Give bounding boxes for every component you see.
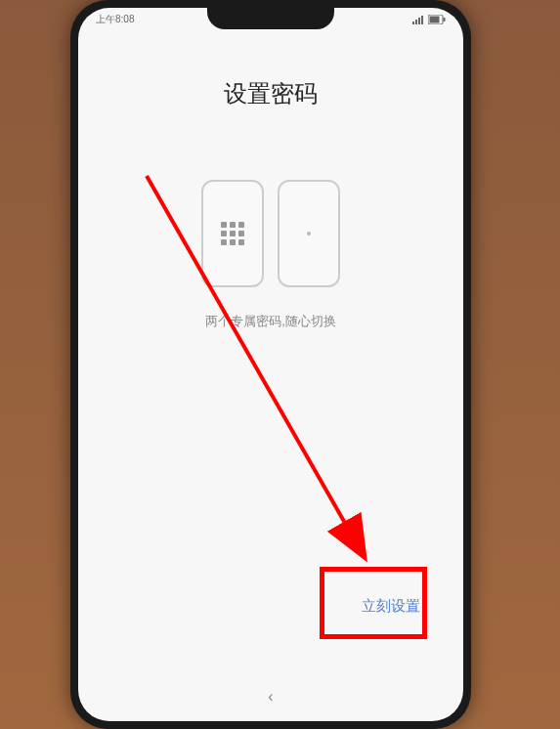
- setup-now-button[interactable]: 立刻设置: [348, 587, 434, 625]
- phone-screen: 上午8:08 设置密码: [78, 8, 463, 721]
- password-illustration: [201, 180, 340, 287]
- svg-rect-2: [418, 18, 420, 24]
- phone-icon-keypad: [201, 180, 264, 287]
- status-icons: [412, 15, 446, 24]
- battery-icon: [428, 15, 446, 24]
- signal-icon: [412, 15, 424, 24]
- nav-bar: ‹: [78, 688, 463, 706]
- svg-rect-0: [412, 21, 414, 24]
- back-icon[interactable]: ‹: [268, 688, 273, 706]
- dot-icon: [307, 232, 311, 236]
- phone-icon-empty: [278, 180, 340, 287]
- svg-rect-3: [421, 16, 423, 24]
- svg-rect-1: [415, 20, 417, 24]
- page-title: 设置密码: [224, 78, 318, 109]
- phone-notch: [207, 8, 334, 29]
- phone-frame: 上午8:08 设置密码: [70, 0, 471, 729]
- description-text: 两个专属密码,随心切换: [205, 313, 336, 330]
- svg-rect-6: [444, 18, 446, 21]
- svg-rect-5: [430, 17, 440, 23]
- keypad-icon: [221, 222, 244, 245]
- status-time: 上午8:08: [96, 13, 134, 26]
